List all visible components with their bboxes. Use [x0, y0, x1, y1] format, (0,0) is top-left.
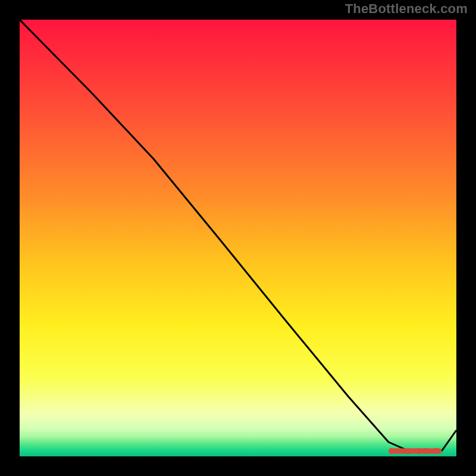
optimal-region-dot [423, 448, 429, 454]
plot-svg [20, 20, 456, 456]
plot-area [20, 20, 456, 456]
optimal-region-dot [389, 448, 394, 454]
optimal-region-dot [405, 448, 411, 454]
optimal-region-dot [416, 448, 422, 454]
chart-frame: TheBottleneck.com [0, 0, 476, 476]
optimal-region-dot [434, 448, 440, 454]
watermark-text: TheBottleneck.com [345, 1, 468, 17]
